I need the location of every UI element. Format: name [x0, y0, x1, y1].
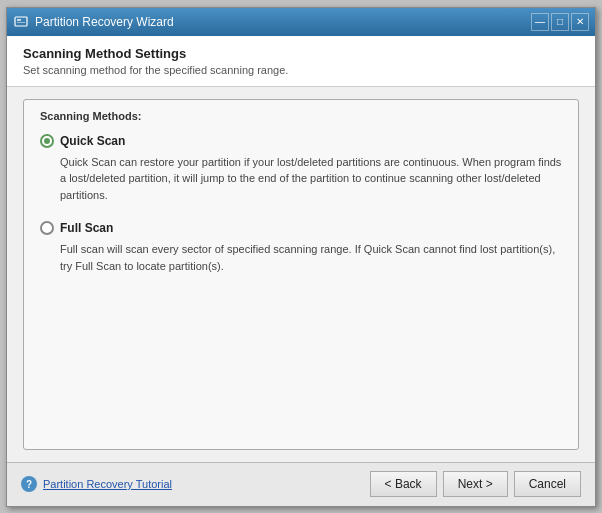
quick-scan-description: Quick Scan can restore your partition if… [60, 154, 562, 204]
full-scan-label: Full Scan [60, 221, 113, 235]
full-scan-row[interactable]: Full Scan [40, 221, 562, 235]
page-title: Scanning Method Settings [23, 46, 579, 61]
help-icon: ? [21, 476, 37, 492]
page-subtitle: Set scanning method for the specified sc… [23, 64, 579, 76]
app-icon [13, 14, 29, 30]
main-content: Scanning Methods: Quick Scan Quick Scan … [7, 87, 595, 462]
close-button[interactable]: ✕ [571, 13, 589, 31]
scanning-methods-box: Scanning Methods: Quick Scan Quick Scan … [23, 99, 579, 450]
quick-scan-radio-dot [44, 138, 50, 144]
titlebar-controls: — □ ✕ [531, 13, 589, 31]
svg-rect-1 [17, 19, 21, 21]
svg-rect-2 [17, 22, 25, 23]
footer: ? Partition Recovery Tutorial < Back Nex… [7, 462, 595, 506]
quick-scan-row[interactable]: Quick Scan [40, 134, 562, 148]
quick-scan-option-group: Quick Scan Quick Scan can restore your p… [40, 134, 562, 204]
full-scan-description: Full scan will scan every sector of spec… [60, 241, 562, 274]
footer-buttons: < Back Next > Cancel [370, 471, 581, 497]
footer-link-area: ? Partition Recovery Tutorial [21, 476, 370, 492]
maximize-button[interactable]: □ [551, 13, 569, 31]
next-button-label: Next > [458, 477, 493, 491]
quick-scan-label: Quick Scan [60, 134, 125, 148]
svg-rect-0 [15, 17, 27, 26]
minimize-button[interactable]: — [531, 13, 549, 31]
tutorial-link[interactable]: Partition Recovery Tutorial [43, 478, 172, 490]
quick-scan-radio[interactable] [40, 134, 54, 148]
back-button-label: < Back [385, 477, 422, 491]
cancel-button[interactable]: Cancel [514, 471, 581, 497]
back-button[interactable]: < Back [370, 471, 437, 497]
next-button[interactable]: Next > [443, 471, 508, 497]
box-legend: Scanning Methods: [40, 110, 562, 122]
cancel-button-label: Cancel [529, 477, 566, 491]
full-scan-option-group: Full Scan Full scan will scan every sect… [40, 221, 562, 274]
window-title: Partition Recovery Wizard [35, 15, 531, 29]
titlebar: Partition Recovery Wizard — □ ✕ [7, 8, 595, 36]
full-scan-radio[interactable] [40, 221, 54, 235]
main-window: Partition Recovery Wizard — □ ✕ Scanning… [6, 7, 596, 507]
page-header: Scanning Method Settings Set scanning me… [7, 36, 595, 87]
